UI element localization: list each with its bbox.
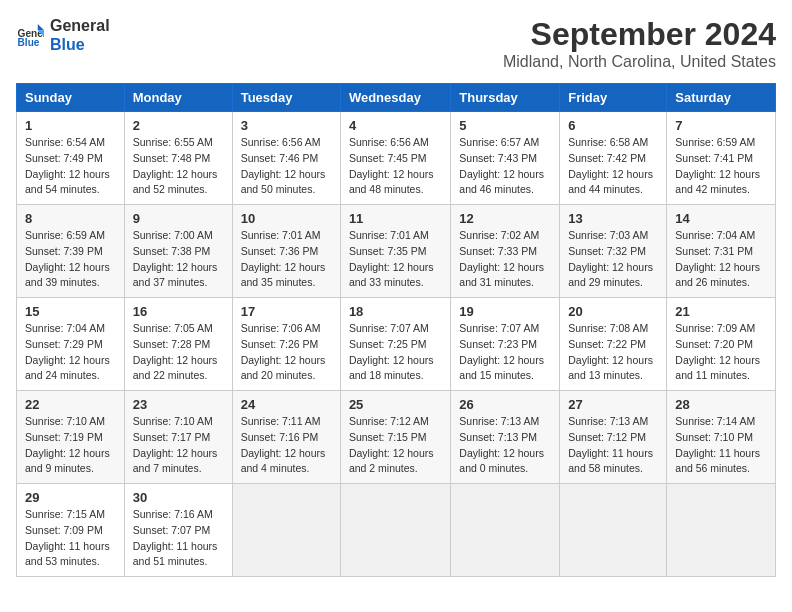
month-title: September 2024 (503, 16, 776, 53)
calendar-cell: 6Sunrise: 6:58 AMSunset: 7:42 PMDaylight… (560, 112, 667, 205)
day-number: 11 (349, 211, 442, 226)
calendar-cell: 5Sunrise: 6:57 AMSunset: 7:43 PMDaylight… (451, 112, 560, 205)
day-info: Sunrise: 7:13 AMSunset: 7:13 PMDaylight:… (459, 414, 551, 477)
day-number: 2 (133, 118, 224, 133)
calendar-header-row: SundayMondayTuesdayWednesdayThursdayFrid… (17, 84, 776, 112)
day-number: 24 (241, 397, 332, 412)
calendar-cell: 12Sunrise: 7:02 AMSunset: 7:33 PMDayligh… (451, 205, 560, 298)
calendar-week-2: 8Sunrise: 6:59 AMSunset: 7:39 PMDaylight… (17, 205, 776, 298)
day-number: 23 (133, 397, 224, 412)
day-number: 7 (675, 118, 767, 133)
day-info: Sunrise: 6:57 AMSunset: 7:43 PMDaylight:… (459, 135, 551, 198)
title-block: September 2024 Midland, North Carolina, … (503, 16, 776, 71)
calendar-cell: 4Sunrise: 6:56 AMSunset: 7:45 PMDaylight… (340, 112, 450, 205)
svg-text:Blue: Blue (18, 37, 40, 48)
location-title: Midland, North Carolina, United States (503, 53, 776, 71)
calendar-week-4: 22Sunrise: 7:10 AMSunset: 7:19 PMDayligh… (17, 391, 776, 484)
calendar-cell: 24Sunrise: 7:11 AMSunset: 7:16 PMDayligh… (232, 391, 340, 484)
day-info: Sunrise: 7:06 AMSunset: 7:26 PMDaylight:… (241, 321, 332, 384)
day-info: Sunrise: 7:13 AMSunset: 7:12 PMDaylight:… (568, 414, 658, 477)
day-info: Sunrise: 6:58 AMSunset: 7:42 PMDaylight:… (568, 135, 658, 198)
calendar-cell: 11Sunrise: 7:01 AMSunset: 7:35 PMDayligh… (340, 205, 450, 298)
calendar-cell: 14Sunrise: 7:04 AMSunset: 7:31 PMDayligh… (667, 205, 776, 298)
day-number: 15 (25, 304, 116, 319)
calendar-cell: 21Sunrise: 7:09 AMSunset: 7:20 PMDayligh… (667, 298, 776, 391)
day-info: Sunrise: 7:14 AMSunset: 7:10 PMDaylight:… (675, 414, 767, 477)
day-number: 22 (25, 397, 116, 412)
calendar-header-friday: Friday (560, 84, 667, 112)
calendar-cell: 30Sunrise: 7:16 AMSunset: 7:07 PMDayligh… (124, 484, 232, 577)
day-number: 20 (568, 304, 658, 319)
calendar-header-wednesday: Wednesday (340, 84, 450, 112)
calendar-header-thursday: Thursday (451, 84, 560, 112)
day-number: 26 (459, 397, 551, 412)
day-info: Sunrise: 6:55 AMSunset: 7:48 PMDaylight:… (133, 135, 224, 198)
day-info: Sunrise: 7:02 AMSunset: 7:33 PMDaylight:… (459, 228, 551, 291)
calendar-cell: 3Sunrise: 6:56 AMSunset: 7:46 PMDaylight… (232, 112, 340, 205)
day-number: 21 (675, 304, 767, 319)
day-info: Sunrise: 7:01 AMSunset: 7:35 PMDaylight:… (349, 228, 442, 291)
calendar-cell: 23Sunrise: 7:10 AMSunset: 7:17 PMDayligh… (124, 391, 232, 484)
day-info: Sunrise: 7:00 AMSunset: 7:38 PMDaylight:… (133, 228, 224, 291)
day-info: Sunrise: 7:10 AMSunset: 7:19 PMDaylight:… (25, 414, 116, 477)
calendar-cell (560, 484, 667, 577)
calendar-cell: 2Sunrise: 6:55 AMSunset: 7:48 PMDaylight… (124, 112, 232, 205)
day-number: 5 (459, 118, 551, 133)
calendar-header-saturday: Saturday (667, 84, 776, 112)
day-number: 19 (459, 304, 551, 319)
calendar-week-3: 15Sunrise: 7:04 AMSunset: 7:29 PMDayligh… (17, 298, 776, 391)
calendar-table: SundayMondayTuesdayWednesdayThursdayFrid… (16, 83, 776, 577)
calendar-cell: 9Sunrise: 7:00 AMSunset: 7:38 PMDaylight… (124, 205, 232, 298)
calendar-cell: 18Sunrise: 7:07 AMSunset: 7:25 PMDayligh… (340, 298, 450, 391)
day-number: 27 (568, 397, 658, 412)
calendar-header-monday: Monday (124, 84, 232, 112)
day-info: Sunrise: 7:04 AMSunset: 7:29 PMDaylight:… (25, 321, 116, 384)
day-number: 30 (133, 490, 224, 505)
calendar-cell: 1Sunrise: 6:54 AMSunset: 7:49 PMDaylight… (17, 112, 125, 205)
day-info: Sunrise: 7:09 AMSunset: 7:20 PMDaylight:… (675, 321, 767, 384)
day-info: Sunrise: 6:54 AMSunset: 7:49 PMDaylight:… (25, 135, 116, 198)
calendar-cell: 27Sunrise: 7:13 AMSunset: 7:12 PMDayligh… (560, 391, 667, 484)
day-info: Sunrise: 6:59 AMSunset: 7:39 PMDaylight:… (25, 228, 116, 291)
day-info: Sunrise: 6:56 AMSunset: 7:45 PMDaylight:… (349, 135, 442, 198)
calendar-week-5: 29Sunrise: 7:15 AMSunset: 7:09 PMDayligh… (17, 484, 776, 577)
day-number: 8 (25, 211, 116, 226)
day-info: Sunrise: 7:05 AMSunset: 7:28 PMDaylight:… (133, 321, 224, 384)
day-number: 6 (568, 118, 658, 133)
day-number: 12 (459, 211, 551, 226)
calendar-header-tuesday: Tuesday (232, 84, 340, 112)
logo-general: General (50, 16, 110, 35)
logo: General Blue General Blue (16, 16, 110, 54)
calendar-cell: 28Sunrise: 7:14 AMSunset: 7:10 PMDayligh… (667, 391, 776, 484)
day-number: 18 (349, 304, 442, 319)
day-info: Sunrise: 7:01 AMSunset: 7:36 PMDaylight:… (241, 228, 332, 291)
calendar-cell: 16Sunrise: 7:05 AMSunset: 7:28 PMDayligh… (124, 298, 232, 391)
day-info: Sunrise: 7:04 AMSunset: 7:31 PMDaylight:… (675, 228, 767, 291)
calendar-cell: 19Sunrise: 7:07 AMSunset: 7:23 PMDayligh… (451, 298, 560, 391)
day-info: Sunrise: 7:07 AMSunset: 7:23 PMDaylight:… (459, 321, 551, 384)
calendar-header-sunday: Sunday (17, 84, 125, 112)
day-number: 16 (133, 304, 224, 319)
day-info: Sunrise: 7:15 AMSunset: 7:09 PMDaylight:… (25, 507, 116, 570)
calendar-cell (232, 484, 340, 577)
calendar-cell: 22Sunrise: 7:10 AMSunset: 7:19 PMDayligh… (17, 391, 125, 484)
day-info: Sunrise: 7:07 AMSunset: 7:25 PMDaylight:… (349, 321, 442, 384)
day-info: Sunrise: 7:03 AMSunset: 7:32 PMDaylight:… (568, 228, 658, 291)
calendar-cell: 20Sunrise: 7:08 AMSunset: 7:22 PMDayligh… (560, 298, 667, 391)
calendar-cell: 25Sunrise: 7:12 AMSunset: 7:15 PMDayligh… (340, 391, 450, 484)
calendar-cell: 17Sunrise: 7:06 AMSunset: 7:26 PMDayligh… (232, 298, 340, 391)
day-info: Sunrise: 6:56 AMSunset: 7:46 PMDaylight:… (241, 135, 332, 198)
calendar-cell: 13Sunrise: 7:03 AMSunset: 7:32 PMDayligh… (560, 205, 667, 298)
calendar-week-1: 1Sunrise: 6:54 AMSunset: 7:49 PMDaylight… (17, 112, 776, 205)
day-info: Sunrise: 7:11 AMSunset: 7:16 PMDaylight:… (241, 414, 332, 477)
calendar-cell: 7Sunrise: 6:59 AMSunset: 7:41 PMDaylight… (667, 112, 776, 205)
day-number: 14 (675, 211, 767, 226)
page-header: General Blue General Blue September 2024… (16, 16, 776, 71)
day-info: Sunrise: 6:59 AMSunset: 7:41 PMDaylight:… (675, 135, 767, 198)
calendar-cell: 15Sunrise: 7:04 AMSunset: 7:29 PMDayligh… (17, 298, 125, 391)
day-number: 13 (568, 211, 658, 226)
calendar-cell: 26Sunrise: 7:13 AMSunset: 7:13 PMDayligh… (451, 391, 560, 484)
day-number: 29 (25, 490, 116, 505)
day-info: Sunrise: 7:08 AMSunset: 7:22 PMDaylight:… (568, 321, 658, 384)
calendar-cell (667, 484, 776, 577)
